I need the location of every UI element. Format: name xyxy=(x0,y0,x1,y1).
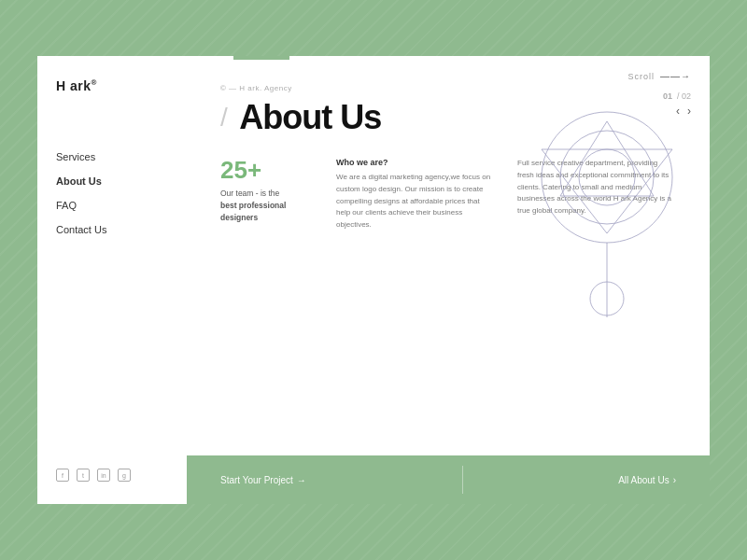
page-total: / 02 xyxy=(677,91,691,101)
col1-heading: Who we are? xyxy=(336,158,495,167)
page-number-display: 01 / 02 xyxy=(661,90,691,101)
social-icon-google[interactable]: g xyxy=(118,469,131,482)
nav-link-faq[interactable]: FAQ xyxy=(56,198,168,213)
stat-number: 25+ xyxy=(220,158,314,182)
start-project-arrow: → xyxy=(297,475,306,485)
svg-point-1 xyxy=(560,131,654,224)
scroll-arrow-icon: ——→ xyxy=(660,71,691,81)
all-about-arrow: › xyxy=(673,475,676,485)
nav-item-about[interactable]: About Us xyxy=(56,174,168,189)
page-next-button[interactable]: › xyxy=(687,105,691,118)
nav-link-about[interactable]: About Us xyxy=(56,174,168,189)
start-project-link[interactable]: Start Your Project → xyxy=(220,475,306,485)
logo-superscript: ® xyxy=(92,78,97,87)
page-title: About Us xyxy=(239,98,381,136)
logo: H ark® xyxy=(56,78,168,93)
scroll-indicator: Scroll ——→ xyxy=(627,71,691,81)
nav-link-contact[interactable]: Contact Us xyxy=(56,222,168,237)
all-about-link[interactable]: All About Us › xyxy=(618,475,676,485)
social-icons: f t in g xyxy=(56,450,168,482)
slash-decoration: / xyxy=(220,103,228,133)
breadcrumb: © — H ark. Agency xyxy=(220,84,676,92)
all-about-label: All About Us xyxy=(618,475,669,485)
main-content: Scroll ——→ 01 / 02 ‹ › © — H ark. Agency… xyxy=(187,56,710,504)
social-icon-facebook[interactable]: f xyxy=(56,469,69,482)
nav-item-services[interactable]: Services xyxy=(56,149,168,164)
svg-point-0 xyxy=(542,112,672,243)
svg-marker-3 xyxy=(560,121,654,196)
col1-body: We are a digital marketing agency,we foc… xyxy=(336,172,495,231)
page-prev-button[interactable]: ‹ xyxy=(676,105,680,118)
logo-text: H ark xyxy=(56,78,92,93)
start-project-label: Start Your Project xyxy=(220,475,293,485)
svg-marker-4 xyxy=(542,149,672,233)
social-icon-linkedin[interactable]: in xyxy=(97,469,110,482)
page-counter: 01 / 02 ‹ › xyxy=(661,90,691,118)
social-icon-twitter[interactable]: t xyxy=(77,469,90,482)
text-column-1: Who we are? We are a digital marketing a… xyxy=(336,158,495,231)
decorative-geometric xyxy=(495,93,682,336)
stat-block: 25+ Our team - is the best professional … xyxy=(220,158,314,223)
top-accent-bar xyxy=(233,56,289,60)
nav-link-services[interactable]: Services xyxy=(56,149,168,164)
nav-item-faq[interactable]: FAQ xyxy=(56,198,168,213)
bottom-separator xyxy=(462,466,463,494)
sidebar: H ark® Services About Us FAQ Contact Us … xyxy=(37,56,187,504)
page-navigation: ‹ › xyxy=(661,105,691,118)
svg-point-2 xyxy=(579,149,635,205)
stat-desc-line1: Our team - is the xyxy=(220,189,279,198)
page-current: 01 xyxy=(663,91,672,101)
stat-desc-line3: designers xyxy=(220,213,258,222)
stat-desc-line2: best professional xyxy=(220,201,286,210)
stat-description: Our team - is the best professional desi… xyxy=(220,188,314,223)
scroll-label: Scroll xyxy=(627,72,655,81)
bottom-bar: Start Your Project → All About Us › xyxy=(187,455,710,504)
nav-item-contact[interactable]: Contact Us xyxy=(56,222,168,237)
nav-menu: Services About Us FAQ Contact Us xyxy=(56,149,168,450)
